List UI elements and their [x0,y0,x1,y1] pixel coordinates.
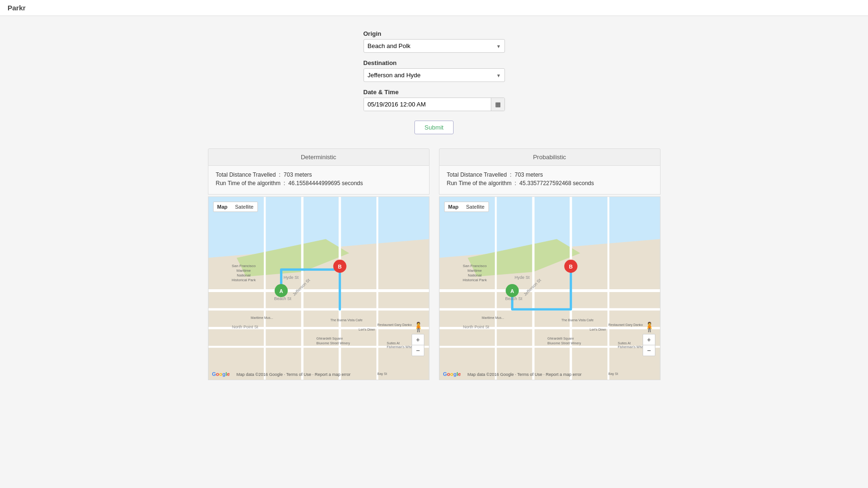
svg-text:National: National [468,273,481,277]
det-runtime: Run Time of the algorithm : 46.155844449… [216,180,422,187]
svg-text:Maritime Mus...: Maritime Mus... [250,316,273,319]
svg-text:Restaurant Gary Danko: Restaurant Gary Danko [377,323,412,327]
prob-map-btn[interactable]: Map [445,202,463,211]
svg-text:A: A [279,288,283,294]
det-zoom-controls: + − [412,334,424,356]
probabilistic-panel: Probabilistic Total Distance Travelled :… [439,148,661,380]
prob-distance-value: 703 meters [515,171,543,178]
det-distance-value: 703 meters [284,171,312,178]
det-distance-label: Total Distance Travelled [216,171,276,178]
probabilistic-map: Map Satellite [439,196,661,380]
svg-text:Lori's Diner: Lori's Diner [358,328,375,331]
probabilistic-stats: Total Distance Travelled : 703 meters Ru… [439,166,661,195]
datetime-group: Date & Time ▦ [364,89,505,111]
svg-text:Suites At: Suites At [618,342,631,345]
prob-map-footer: Map data ©2016 Google · Terms of Use · R… [468,372,582,377]
svg-text:Historical Park: Historical Park [231,278,256,282]
prob-distance-label: Total Distance Travelled [447,171,507,178]
svg-text:Fisherman's Wharf: Fisherman's Wharf [387,345,414,349]
svg-text:Beach St: Beach St [505,296,522,301]
prob-satellite-btn[interactable]: Satellite [463,202,488,211]
svg-text:Bluxome Street Winery: Bluxome Street Winery [316,342,350,345]
svg-text:Ghirardelli Square: Ghirardelli Square [547,337,574,341]
det-google-logo: Google [212,371,230,377]
deterministic-stats: Total Distance Travelled : 703 meters Ru… [208,166,430,195]
svg-text:Bay St: Bay St [608,372,618,376]
det-satellite-btn[interactable]: Satellite [231,202,257,211]
prob-pegman[interactable]: 🧍 [644,321,655,333]
prob-distance: Total Distance Travelled : 703 meters [447,171,653,178]
det-zoom-out[interactable]: − [412,345,423,356]
svg-text:Fisherman's Wharf: Fisherman's Wharf [618,345,645,349]
datetime-input[interactable] [364,98,491,111]
svg-text:Restaurant Gary Danko: Restaurant Gary Danko [608,323,643,327]
svg-text:Maritime: Maritime [236,268,251,273]
main-content: Origin Beach and Polk Jefferson and Hyde… [0,16,868,390]
det-runtime-value: 46.15584444999695 seconds [289,180,363,187]
deterministic-panel: Deterministic Total Distance Travelled :… [208,148,430,380]
det-distance: Total Distance Travelled : 703 meters [216,171,422,178]
det-map-btn[interactable]: Map [214,202,231,211]
prob-runtime: Run Time of the algorithm : 45.335772275… [447,180,653,187]
svg-text:Historical Park: Historical Park [463,278,487,282]
deterministic-header: Deterministic [208,148,430,166]
svg-text:Lori's Diner: Lori's Diner [589,328,606,331]
svg-text:Maritime: Maritime [467,268,482,273]
svg-text:San Francisco: San Francisco [231,264,256,268]
destination-group: Destination Jefferson and Hyde Beach and… [364,59,505,82]
origin-select-wrapper: Beach and Polk Jefferson and Hyde [364,39,505,53]
origin-group: Origin Beach and Polk Jefferson and Hyde [364,30,505,53]
svg-text:Bluxome Street Winery: Bluxome Street Winery [547,342,581,345]
prob-zoom-in[interactable]: + [643,334,654,345]
svg-text:B: B [569,264,572,269]
det-map-svg: A B Jefferson St Hyde St Beach St North … [208,197,429,380]
det-map-toggle: Map Satellite [213,202,258,212]
destination-label: Destination [364,59,505,66]
svg-text:Bay St: Bay St [377,372,387,376]
datetime-wrapper: ▦ [364,98,505,111]
deterministic-map: Map Satellite [208,196,430,380]
svg-text:Hyde St: Hyde St [283,275,298,280]
results-section: Deterministic Total Distance Travelled :… [9,148,859,380]
destination-select[interactable]: Jefferson and Hyde Beach and Polk [364,68,505,82]
submit-button[interactable]: Submit [414,121,453,134]
svg-text:North Point St: North Point St [463,325,489,329]
datetime-label: Date & Time [364,89,505,96]
origin-select[interactable]: Beach and Polk Jefferson and Hyde [364,39,505,53]
svg-text:B: B [338,264,341,269]
det-zoom-in[interactable]: + [412,334,423,345]
app-header: Parkr [0,0,868,16]
det-map-footer: Map data ©2016 Google · Terms of Use · R… [237,372,351,377]
svg-text:A: A [510,288,514,294]
prob-zoom-out[interactable]: − [643,345,654,356]
prob-runtime-value: 45.33577227592468 seconds [520,180,594,187]
svg-text:The Buena Vista Cafe: The Buena Vista Cafe [330,318,362,322]
svg-text:Maritime Mus...: Maritime Mus... [481,316,504,319]
calendar-button[interactable]: ▦ [491,98,504,111]
det-runtime-label: Run Time of the algorithm [216,180,281,187]
prob-map-svg: A B Jefferson St Hyde St Beach St North … [439,197,660,380]
svg-text:Beach St: Beach St [274,296,291,301]
form-section: Origin Beach and Polk Jefferson and Hyde… [9,30,859,134]
svg-text:North Point St: North Point St [231,325,258,329]
destination-select-wrapper: Jefferson and Hyde Beach and Polk [364,68,505,82]
svg-text:Ghirardelli Square: Ghirardelli Square [316,337,343,341]
det-pegman[interactable]: 🧍 [413,321,424,333]
app-title: Parkr [8,4,25,12]
prob-zoom-controls: + − [643,334,655,356]
svg-text:National: National [237,273,250,277]
prob-google-logo: Google [443,371,461,377]
svg-text:Hyde St: Hyde St [514,275,529,280]
calendar-icon: ▦ [495,101,501,108]
prob-map-toggle: Map Satellite [444,202,489,212]
probabilistic-header: Probabilistic [439,148,661,166]
svg-text:San Francisco: San Francisco [463,264,487,268]
origin-label: Origin [364,30,505,37]
svg-text:Suites At: Suites At [387,342,400,345]
svg-text:The Buena Vista Cafe: The Buena Vista Cafe [561,318,593,322]
prob-runtime-label: Run Time of the algorithm [447,180,512,187]
